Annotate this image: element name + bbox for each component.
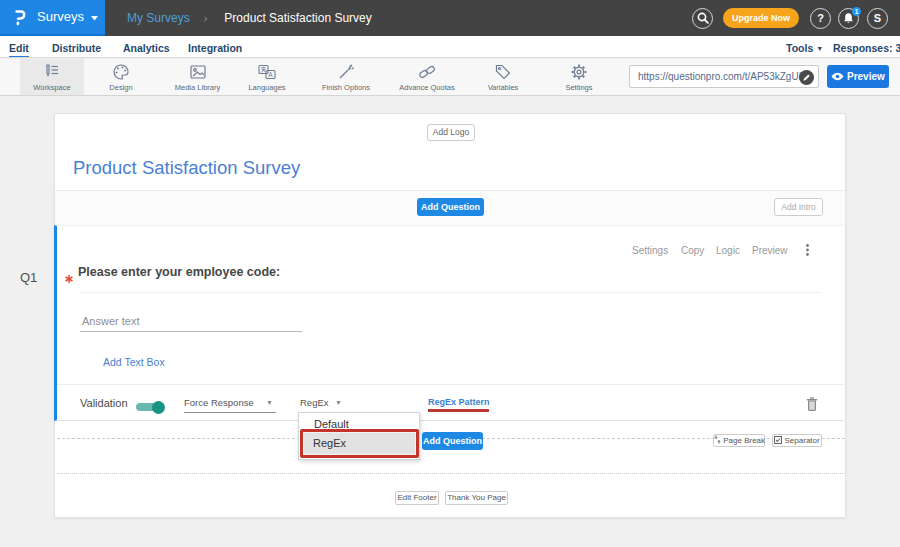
svg-text:A: A xyxy=(268,71,273,78)
